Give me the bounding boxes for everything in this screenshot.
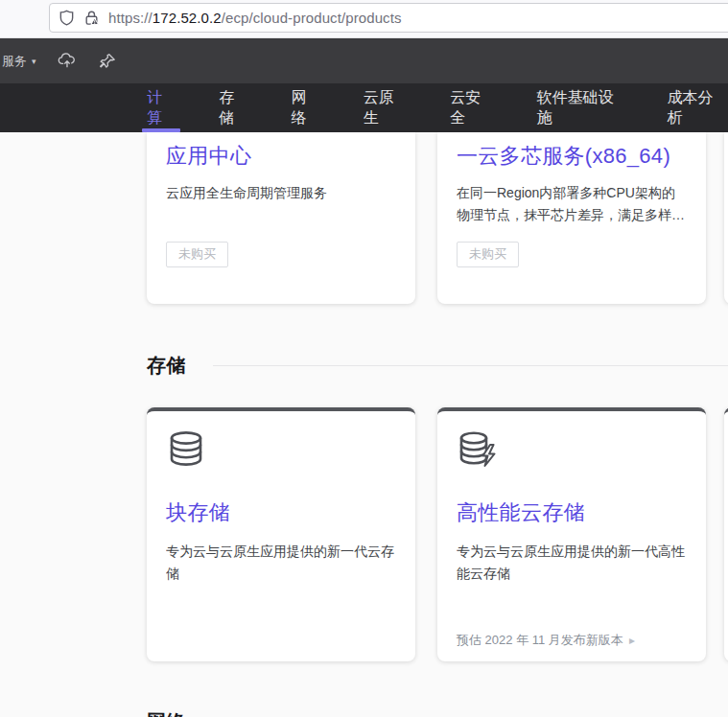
product-card-hp-cloud-storage[interactable]: 高性能云存储 专为云与云原生应用提供的新一代高性能云存储 预估 2022 年 1… [437, 407, 706, 661]
release-note-link[interactable]: 预估 2022 年 11 月发布新版本 ▸ [457, 632, 635, 649]
product-card-multi-chip[interactable]: 一云多芯服务(x86_64) 在同一Region内部署多种CPU架构的物理节点，… [437, 132, 706, 304]
address-bar[interactable]: https://172.52.0.2/ecp/cloud-product/pro… [49, 3, 728, 33]
cloud-switch-button[interactable] [58, 52, 77, 71]
tab-cloud-native[interactable]: 云原生 [361, 83, 410, 132]
services-menu-label: 服务 [2, 53, 27, 70]
tab-storage[interactable]: 存储 [216, 83, 250, 132]
services-menu-button[interactable]: 服务 ▾ [2, 53, 36, 70]
tab-cloud-security[interactable]: 云安全 [447, 83, 496, 132]
product-card-app-center[interactable]: 应用中心 云应用全生命周期管理服务 未购买 [147, 132, 415, 304]
tab-label: 网络 [292, 88, 320, 128]
tab-label: 计算 [147, 88, 176, 128]
url-path: /ecp/cloud-product/products [222, 10, 402, 26]
section-header-network: 网络 [147, 709, 728, 717]
product-title-link[interactable]: 块存储 [166, 498, 230, 527]
url-scheme: https:// [108, 10, 153, 26]
tab-label: 云安全 [450, 88, 493, 128]
product-nav: 计算 存储 网络 云原生 云安全 软件基础设施 成本分析 [0, 83, 728, 132]
tab-compute[interactable]: 计算 [144, 83, 178, 132]
product-description: 专为云与云原生应用提供的新一代云存储 [166, 541, 396, 585]
tab-label: 存储 [219, 88, 247, 128]
product-tabs: 计算 存储 网络 云原生 云安全 软件基础设施 成本分析 [144, 83, 728, 132]
product-title-link[interactable]: 一云多芯服务(x86_64) [457, 142, 670, 171]
database-flash-icon [456, 429, 504, 475]
url-text: https://172.52.0.2/ecp/cloud-product/pro… [108, 10, 402, 26]
product-description: 云应用全生命周期管理服务 [166, 182, 396, 204]
product-card-partial[interactable] [724, 407, 728, 661]
tab-cost-analysis[interactable]: 成本分析 [664, 83, 728, 132]
release-note-text: 预估 2022 年 11 月发布新版本 [457, 632, 623, 649]
pin-icon [99, 53, 116, 70]
status-badge: 未购买 [457, 242, 519, 267]
product-title-link[interactable]: 应用中心 [166, 142, 251, 171]
lock-warning-icon[interactable] [83, 10, 100, 26]
product-description: 在同一Region内部署多种CPU架构的物理节点，抹平芯片差异，满足多样化计… [457, 182, 687, 226]
product-list: 应用中心 云应用全生命周期管理服务 未购买 一云多芯服务(x86_64) 在同一… [0, 132, 728, 717]
database-icon [165, 429, 209, 475]
product-title-link[interactable]: 高性能云存储 [457, 498, 585, 527]
tab-software-infra[interactable]: 软件基础设施 [534, 83, 627, 132]
tab-label: 软件基础设施 [537, 88, 624, 128]
browser-chrome: https://172.52.0.2/ecp/cloud-product/pro… [0, 0, 728, 38]
triangle-right-icon: ▸ [629, 634, 635, 647]
url-host: 172.52.0.2 [153, 10, 222, 26]
pin-button[interactable] [98, 52, 117, 71]
tab-network[interactable]: 网络 [289, 83, 323, 132]
cloud-switch-icon [58, 52, 76, 70]
active-tab-underline [142, 128, 180, 132]
section-title: 存储 [147, 353, 186, 379]
product-card-partial[interactable] [724, 132, 728, 304]
chevron-down-icon: ▾ [32, 57, 36, 66]
tab-label: 云原生 [364, 88, 407, 128]
shield-icon[interactable] [59, 10, 75, 26]
product-card-block-storage[interactable]: 块存储 专为云与云原生应用提供的新一代云存储 [147, 407, 415, 661]
section-header-storage: 存储 [147, 353, 728, 379]
services-toolbar: 服务 ▾ [0, 38, 728, 83]
section-title: 网络 [147, 709, 186, 717]
status-badge: 未购买 [166, 242, 228, 267]
section-divider [213, 365, 728, 366]
page: https://172.52.0.2/ecp/cloud-product/pro… [0, 0, 728, 717]
product-description: 专为云与云原生应用提供的新一代高性能云存储 [457, 541, 687, 585]
tab-label: 成本分析 [667, 88, 725, 128]
